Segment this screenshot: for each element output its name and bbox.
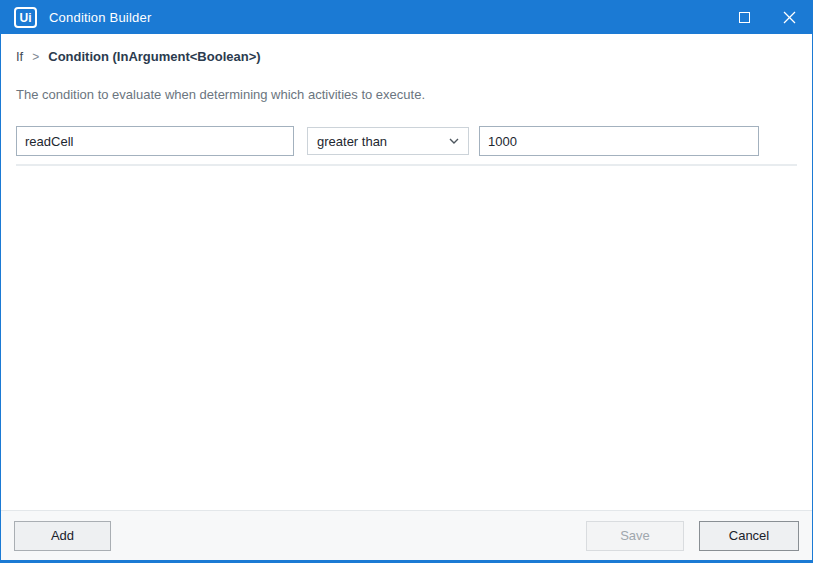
- dialog-content: If > Condition (InArgument<Boolean>) The…: [1, 34, 812, 510]
- breadcrumb-separator: >: [32, 50, 39, 64]
- breadcrumb-item-if[interactable]: If: [16, 49, 23, 64]
- left-operand-input[interactable]: [16, 126, 294, 156]
- uipath-logo-text: Ui: [20, 12, 32, 24]
- window-controls: [722, 1, 812, 34]
- right-operand-input[interactable]: [479, 126, 759, 156]
- maximize-button[interactable]: [722, 1, 767, 34]
- dialog-footer: Add Save Cancel: [1, 510, 812, 560]
- add-button[interactable]: Add: [14, 521, 111, 551]
- maximize-icon: [739, 12, 750, 23]
- save-button[interactable]: Save: [586, 521, 684, 551]
- cancel-button[interactable]: Cancel: [699, 521, 799, 551]
- window-title: Condition Builder: [49, 10, 151, 25]
- condition-row: greater than: [16, 126, 797, 156]
- titlebar: Ui Condition Builder: [1, 1, 812, 34]
- operator-selected-value: greater than: [317, 134, 387, 149]
- chevron-down-icon: [449, 138, 459, 144]
- condition-description: The condition to evaluate when determini…: [16, 87, 797, 102]
- breadcrumb-item-condition: Condition (InArgument<Boolean>): [48, 49, 260, 64]
- operator-select[interactable]: greater than: [307, 127, 469, 155]
- close-icon: [783, 11, 796, 24]
- close-button[interactable]: [767, 1, 812, 34]
- condition-builder-window: Ui Condition Builder If > Condition (InA…: [0, 0, 813, 563]
- breadcrumb: If > Condition (InArgument<Boolean>): [16, 49, 797, 64]
- uipath-logo: Ui: [14, 7, 37, 28]
- row-separator: [16, 164, 797, 166]
